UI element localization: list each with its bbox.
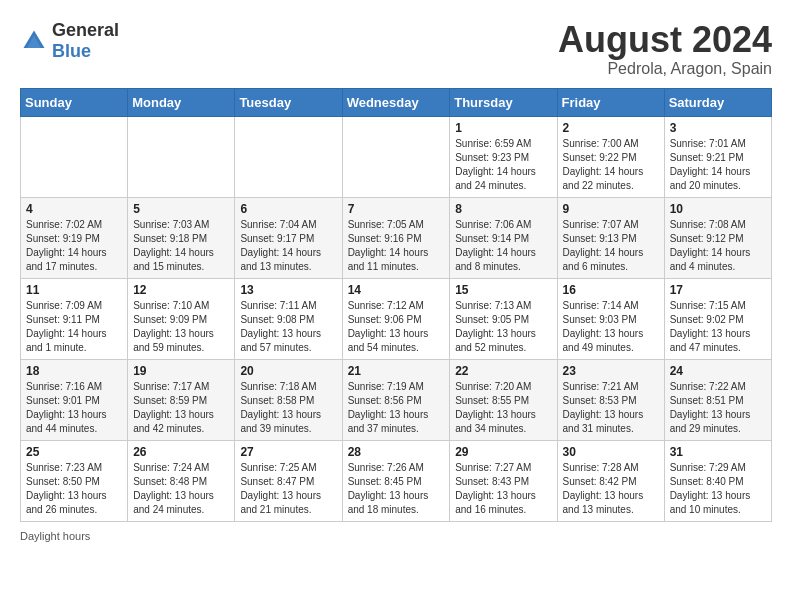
calendar-cell: 23Sunrise: 7:21 AMSunset: 8:53 PMDayligh…	[557, 359, 664, 440]
calendar-cell: 3Sunrise: 7:01 AMSunset: 9:21 PMDaylight…	[664, 116, 771, 197]
day-number: 5	[133, 202, 229, 216]
calendar-table: SundayMondayTuesdayWednesdayThursdayFrid…	[20, 88, 772, 522]
day-info: Sunrise: 7:22 AMSunset: 8:51 PMDaylight:…	[670, 380, 766, 436]
calendar-cell: 16Sunrise: 7:14 AMSunset: 9:03 PMDayligh…	[557, 278, 664, 359]
day-number: 19	[133, 364, 229, 378]
day-number: 26	[133, 445, 229, 459]
day-info: Sunrise: 7:13 AMSunset: 9:05 PMDaylight:…	[455, 299, 551, 355]
day-number: 7	[348, 202, 445, 216]
location-subtitle: Pedrola, Aragon, Spain	[558, 60, 772, 78]
day-info: Sunrise: 7:02 AMSunset: 9:19 PMDaylight:…	[26, 218, 122, 274]
calendar-cell: 8Sunrise: 7:06 AMSunset: 9:14 PMDaylight…	[450, 197, 557, 278]
calendar-cell: 9Sunrise: 7:07 AMSunset: 9:13 PMDaylight…	[557, 197, 664, 278]
day-info: Sunrise: 7:03 AMSunset: 9:18 PMDaylight:…	[133, 218, 229, 274]
calendar-header-row: SundayMondayTuesdayWednesdayThursdayFrid…	[21, 88, 772, 116]
day-header-saturday: Saturday	[664, 88, 771, 116]
day-number: 18	[26, 364, 122, 378]
day-info: Sunrise: 7:29 AMSunset: 8:40 PMDaylight:…	[670, 461, 766, 517]
calendar-cell: 26Sunrise: 7:24 AMSunset: 8:48 PMDayligh…	[128, 440, 235, 521]
calendar-cell: 29Sunrise: 7:27 AMSunset: 8:43 PMDayligh…	[450, 440, 557, 521]
day-number: 30	[563, 445, 659, 459]
calendar-cell: 11Sunrise: 7:09 AMSunset: 9:11 PMDayligh…	[21, 278, 128, 359]
day-number: 14	[348, 283, 445, 297]
day-header-friday: Friday	[557, 88, 664, 116]
day-info: Sunrise: 7:09 AMSunset: 9:11 PMDaylight:…	[26, 299, 122, 355]
month-year-title: August 2024	[558, 20, 772, 60]
day-number: 21	[348, 364, 445, 378]
logo-text-general: General	[52, 20, 119, 40]
calendar-cell: 12Sunrise: 7:10 AMSunset: 9:09 PMDayligh…	[128, 278, 235, 359]
calendar-cell: 17Sunrise: 7:15 AMSunset: 9:02 PMDayligh…	[664, 278, 771, 359]
day-header-tuesday: Tuesday	[235, 88, 342, 116]
logo-icon	[20, 27, 48, 55]
day-info: Sunrise: 7:15 AMSunset: 9:02 PMDaylight:…	[670, 299, 766, 355]
day-number: 27	[240, 445, 336, 459]
day-info: Sunrise: 7:05 AMSunset: 9:16 PMDaylight:…	[348, 218, 445, 274]
calendar-cell: 31Sunrise: 7:29 AMSunset: 8:40 PMDayligh…	[664, 440, 771, 521]
day-info: Sunrise: 6:59 AMSunset: 9:23 PMDaylight:…	[455, 137, 551, 193]
calendar-cell	[21, 116, 128, 197]
day-number: 22	[455, 364, 551, 378]
day-info: Sunrise: 7:27 AMSunset: 8:43 PMDaylight:…	[455, 461, 551, 517]
calendar-cell: 15Sunrise: 7:13 AMSunset: 9:05 PMDayligh…	[450, 278, 557, 359]
day-number: 2	[563, 121, 659, 135]
calendar-cell: 25Sunrise: 7:23 AMSunset: 8:50 PMDayligh…	[21, 440, 128, 521]
day-number: 23	[563, 364, 659, 378]
calendar-cell: 7Sunrise: 7:05 AMSunset: 9:16 PMDaylight…	[342, 197, 450, 278]
day-number: 25	[26, 445, 122, 459]
calendar-cell: 27Sunrise: 7:25 AMSunset: 8:47 PMDayligh…	[235, 440, 342, 521]
calendar-cell: 13Sunrise: 7:11 AMSunset: 9:08 PMDayligh…	[235, 278, 342, 359]
day-info: Sunrise: 7:25 AMSunset: 8:47 PMDaylight:…	[240, 461, 336, 517]
calendar-cell: 2Sunrise: 7:00 AMSunset: 9:22 PMDaylight…	[557, 116, 664, 197]
logo: General Blue	[20, 20, 119, 62]
day-info: Sunrise: 7:23 AMSunset: 8:50 PMDaylight:…	[26, 461, 122, 517]
calendar-cell: 18Sunrise: 7:16 AMSunset: 9:01 PMDayligh…	[21, 359, 128, 440]
calendar-week-row: 1Sunrise: 6:59 AMSunset: 9:23 PMDaylight…	[21, 116, 772, 197]
day-info: Sunrise: 7:00 AMSunset: 9:22 PMDaylight:…	[563, 137, 659, 193]
calendar-week-row: 25Sunrise: 7:23 AMSunset: 8:50 PMDayligh…	[21, 440, 772, 521]
day-number: 29	[455, 445, 551, 459]
day-number: 3	[670, 121, 766, 135]
logo-text-blue: Blue	[52, 41, 91, 61]
page-header: General Blue August 2024 Pedrola, Aragon…	[20, 20, 772, 78]
day-header-monday: Monday	[128, 88, 235, 116]
day-info: Sunrise: 7:06 AMSunset: 9:14 PMDaylight:…	[455, 218, 551, 274]
day-number: 12	[133, 283, 229, 297]
day-number: 13	[240, 283, 336, 297]
day-number: 4	[26, 202, 122, 216]
calendar-cell: 28Sunrise: 7:26 AMSunset: 8:45 PMDayligh…	[342, 440, 450, 521]
calendar-week-row: 18Sunrise: 7:16 AMSunset: 9:01 PMDayligh…	[21, 359, 772, 440]
calendar-cell: 14Sunrise: 7:12 AMSunset: 9:06 PMDayligh…	[342, 278, 450, 359]
day-info: Sunrise: 7:12 AMSunset: 9:06 PMDaylight:…	[348, 299, 445, 355]
day-info: Sunrise: 7:26 AMSunset: 8:45 PMDaylight:…	[348, 461, 445, 517]
day-number: 24	[670, 364, 766, 378]
calendar-cell: 21Sunrise: 7:19 AMSunset: 8:56 PMDayligh…	[342, 359, 450, 440]
calendar-week-row: 11Sunrise: 7:09 AMSunset: 9:11 PMDayligh…	[21, 278, 772, 359]
day-header-wednesday: Wednesday	[342, 88, 450, 116]
day-info: Sunrise: 7:01 AMSunset: 9:21 PMDaylight:…	[670, 137, 766, 193]
calendar-cell: 22Sunrise: 7:20 AMSunset: 8:55 PMDayligh…	[450, 359, 557, 440]
day-number: 6	[240, 202, 336, 216]
day-number: 9	[563, 202, 659, 216]
day-info: Sunrise: 7:20 AMSunset: 8:55 PMDaylight:…	[455, 380, 551, 436]
day-number: 20	[240, 364, 336, 378]
calendar-cell: 24Sunrise: 7:22 AMSunset: 8:51 PMDayligh…	[664, 359, 771, 440]
day-info: Sunrise: 7:04 AMSunset: 9:17 PMDaylight:…	[240, 218, 336, 274]
day-info: Sunrise: 7:16 AMSunset: 9:01 PMDaylight:…	[26, 380, 122, 436]
calendar-cell: 6Sunrise: 7:04 AMSunset: 9:17 PMDaylight…	[235, 197, 342, 278]
day-number: 11	[26, 283, 122, 297]
calendar-cell: 19Sunrise: 7:17 AMSunset: 8:59 PMDayligh…	[128, 359, 235, 440]
day-number: 17	[670, 283, 766, 297]
calendar-cell	[235, 116, 342, 197]
calendar-cell: 20Sunrise: 7:18 AMSunset: 8:58 PMDayligh…	[235, 359, 342, 440]
day-number: 28	[348, 445, 445, 459]
day-info: Sunrise: 7:14 AMSunset: 9:03 PMDaylight:…	[563, 299, 659, 355]
calendar-cell	[128, 116, 235, 197]
day-number: 16	[563, 283, 659, 297]
day-info: Sunrise: 7:18 AMSunset: 8:58 PMDaylight:…	[240, 380, 336, 436]
day-info: Sunrise: 7:24 AMSunset: 8:48 PMDaylight:…	[133, 461, 229, 517]
footer-note: Daylight hours	[20, 530, 772, 542]
calendar-cell	[342, 116, 450, 197]
calendar-cell: 1Sunrise: 6:59 AMSunset: 9:23 PMDaylight…	[450, 116, 557, 197]
day-info: Sunrise: 7:17 AMSunset: 8:59 PMDaylight:…	[133, 380, 229, 436]
